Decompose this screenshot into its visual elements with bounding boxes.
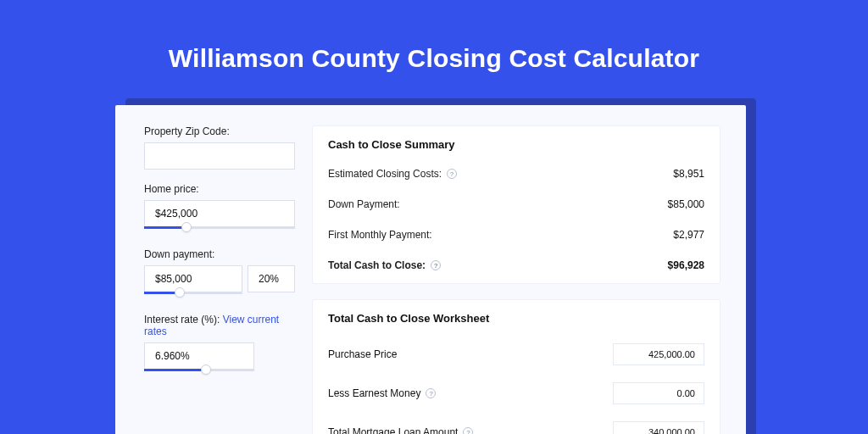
summary-row-label: First Monthly Payment: [328, 229, 432, 241]
worksheet-row: Purchase Price [328, 335, 704, 374]
home-price-input[interactable] [144, 200, 295, 227]
worksheet-row-label: Purchase Price [328, 348, 397, 360]
home-price-field: Home price: [144, 183, 295, 235]
help-icon[interactable]: ? [463, 427, 473, 434]
summary-row: First Monthly Payment: $2,977 [328, 222, 704, 253]
summary-panel: Cash to Close Summary Estimated Closing … [312, 125, 721, 284]
slider-thumb[interactable] [175, 287, 185, 298]
home-price-label: Home price: [144, 183, 295, 195]
down-payment-label: Down payment: [144, 248, 295, 260]
worksheet-row-label: Total Mortgage Loan Amount [328, 426, 458, 434]
worksheet-row-input[interactable] [613, 382, 704, 404]
down-payment-input[interactable] [144, 265, 242, 292]
interest-rate-input[interactable] [144, 342, 254, 370]
calculator-card: Property Zip Code: Home price: Down paym… [115, 105, 746, 434]
zip-input[interactable] [144, 142, 295, 170]
interest-rate-slider[interactable] [144, 369, 254, 377]
down-payment-field: Down payment: [144, 248, 295, 300]
slider-fill [144, 369, 206, 371]
interest-rate-label-line: Interest rate (%): View current rates [144, 314, 295, 337]
inputs-column: Property Zip Code: Home price: Down paym… [115, 125, 312, 434]
worksheet-row: Less Earnest Money ? [328, 374, 704, 413]
page-stage: Williamson County Closing Cost Calculato… [0, 0, 868, 434]
worksheet-panel: Total Cash to Close Worksheet Purchase P… [312, 299, 721, 434]
worksheet-row-label: Less Earnest Money [328, 387, 420, 399]
help-icon[interactable]: ? [426, 388, 436, 398]
worksheet-title: Total Cash to Close Worksheet [328, 312, 704, 325]
summary-row-value: $2,977 [673, 229, 704, 241]
help-icon[interactable]: ? [447, 169, 457, 179]
summary-row-value: $96,928 [668, 259, 704, 271]
slider-fill [144, 226, 186, 229]
interest-rate-label: Interest rate (%): [144, 314, 220, 326]
page-title: Williamson County Closing Cost Calculato… [0, 44, 868, 73]
down-payment-slider[interactable] [144, 292, 242, 300]
summary-row-label: Down Payment: [328, 198, 400, 210]
slider-thumb[interactable] [201, 364, 211, 375]
summary-row-label: Estimated Closing Costs: [328, 168, 442, 180]
interest-rate-field: Interest rate (%): View current rates [144, 314, 295, 377]
results-column: Cash to Close Summary Estimated Closing … [312, 125, 746, 434]
summary-title: Cash to Close Summary [328, 138, 704, 151]
worksheet-row: Total Mortgage Loan Amount ? [328, 413, 704, 434]
zip-label: Property Zip Code: [144, 125, 295, 137]
down-payment-pct-input[interactable] [248, 265, 295, 292]
summary-row-value: $8,951 [673, 168, 704, 180]
summary-row-total: Total Cash to Close: ? $96,928 [328, 253, 704, 283]
summary-row-value: $85,000 [668, 198, 704, 210]
help-icon[interactable]: ? [431, 260, 441, 270]
summary-row-label: Total Cash to Close: [328, 259, 426, 271]
summary-row: Estimated Closing Costs: ? $8,951 [328, 161, 704, 192]
worksheet-row-input[interactable] [613, 343, 704, 365]
slider-thumb[interactable] [181, 222, 192, 232]
worksheet-row-input[interactable] [613, 421, 704, 434]
summary-row: Down Payment: $85,000 [328, 192, 704, 222]
home-price-slider[interactable] [144, 226, 295, 235]
zip-field: Property Zip Code: [144, 125, 295, 170]
